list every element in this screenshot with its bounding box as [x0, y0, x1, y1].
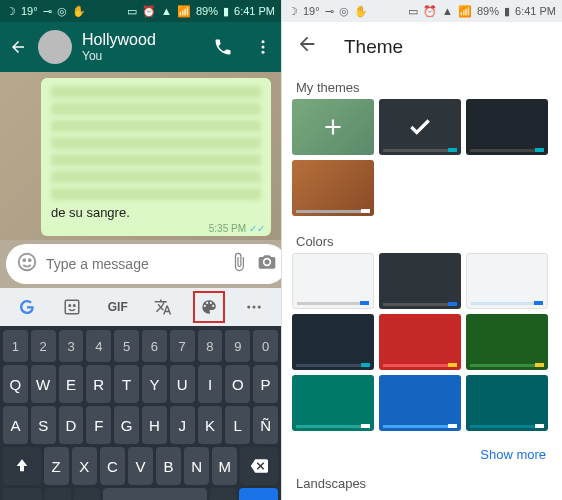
theme-dark[interactable]: [466, 99, 548, 155]
comma-key[interactable]: ,: [45, 488, 71, 500]
period-key[interactable]: .: [210, 488, 236, 500]
key-1[interactable]: 1: [3, 330, 28, 362]
theme-white[interactable]: [292, 253, 374, 309]
key-y[interactable]: Y: [142, 365, 167, 403]
message-bubble[interactable]: de su sangre. 5:35 PM ✓✓: [41, 78, 271, 236]
key-v[interactable]: V: [128, 447, 153, 485]
chat-header: Hollywood You: [0, 22, 281, 72]
theme-screen: ☽ 19° ⊸ ◎ ✋ ▭ ⏰ ▲ 📶 89% ▮ 6:41 PM Theme …: [281, 0, 562, 500]
svg-point-0: [262, 40, 265, 43]
section-my-themes: My themes: [282, 72, 562, 99]
sticker-icon[interactable]: [56, 291, 88, 323]
shift-key[interactable]: [3, 447, 41, 485]
battery-text: 89%: [196, 5, 218, 17]
theme-charcoal[interactable]: [379, 253, 461, 309]
key-3[interactable]: 3: [59, 330, 84, 362]
key-8[interactable]: 8: [198, 330, 223, 362]
key-b[interactable]: B: [156, 447, 181, 485]
add-theme-button[interactable]: [292, 99, 374, 155]
key-i[interactable]: I: [198, 365, 223, 403]
key-z[interactable]: Z: [44, 447, 69, 485]
alarm-icon: ⏰: [142, 5, 156, 18]
message-input-pill: [6, 244, 281, 284]
key-0[interactable]: 0: [253, 330, 278, 362]
avatar[interactable]: [38, 30, 72, 64]
hand-icon: ✋: [72, 5, 86, 18]
hand-icon: ✋: [354, 5, 368, 18]
theme-photo[interactable]: [292, 160, 374, 216]
gif-button[interactable]: GIF: [102, 291, 134, 323]
attach-icon[interactable]: [229, 252, 249, 276]
key-c[interactable]: C: [100, 447, 125, 485]
theme-navy[interactable]: [292, 314, 374, 370]
key-ñ[interactable]: Ñ: [253, 406, 278, 444]
call-icon[interactable]: [213, 37, 233, 57]
key-h[interactable]: H: [142, 406, 167, 444]
key-p[interactable]: P: [253, 365, 278, 403]
wifi-icon: ▲: [161, 5, 172, 17]
key-k[interactable]: K: [198, 406, 223, 444]
row-3: ZXCVBNM: [3, 447, 278, 485]
key-w[interactable]: W: [31, 365, 56, 403]
theme-selected[interactable]: [379, 99, 461, 155]
key-9[interactable]: 9: [225, 330, 250, 362]
show-more-link[interactable]: Show more: [282, 441, 562, 468]
theme-red[interactable]: [379, 314, 461, 370]
key-l[interactable]: L: [225, 406, 250, 444]
input-row: [0, 240, 281, 288]
contact-name[interactable]: Hollywood: [82, 31, 203, 49]
section-colors: Colors: [282, 226, 562, 253]
key-e[interactable]: E: [59, 365, 84, 403]
emoji-kb-key[interactable]: [74, 488, 100, 500]
message-input[interactable]: [46, 256, 221, 272]
key-r[interactable]: R: [86, 365, 111, 403]
row-bottom: ?123 , ES · EN .: [3, 488, 278, 500]
more-icon[interactable]: [238, 291, 270, 323]
enter-key[interactable]: [239, 488, 278, 500]
key-t[interactable]: T: [114, 365, 139, 403]
symbol-key[interactable]: ?123: [3, 488, 42, 500]
num-row: 1234567890: [3, 330, 278, 362]
section-landscapes: Landscapes: [282, 468, 562, 495]
translate-icon[interactable]: [147, 291, 179, 323]
key-u[interactable]: U: [170, 365, 195, 403]
key-icon: ⊸: [43, 5, 52, 18]
backspace-key[interactable]: [240, 447, 278, 485]
theme-blue[interactable]: [379, 375, 461, 431]
key-q[interactable]: Q: [3, 365, 28, 403]
key-2[interactable]: 2: [31, 330, 56, 362]
key-j[interactable]: J: [170, 406, 195, 444]
menu-icon[interactable]: [253, 37, 273, 57]
message-text: de su sangre.: [51, 205, 261, 220]
key-n[interactable]: N: [184, 447, 209, 485]
key-d[interactable]: D: [59, 406, 84, 444]
camera-icon[interactable]: [257, 252, 277, 276]
key-7[interactable]: 7: [170, 330, 195, 362]
key-o[interactable]: O: [225, 365, 250, 403]
key-a[interactable]: A: [3, 406, 28, 444]
key-m[interactable]: M: [212, 447, 237, 485]
theme-palette-icon[interactable]: [193, 291, 225, 323]
key-s[interactable]: S: [31, 406, 56, 444]
emoji-icon[interactable]: [16, 251, 38, 277]
theme-green[interactable]: [466, 314, 548, 370]
back-arrow-icon[interactable]: [296, 33, 318, 61]
my-themes-grid: [282, 99, 562, 226]
key-g[interactable]: G: [114, 406, 139, 444]
key-x[interactable]: X: [72, 447, 97, 485]
theme-lightblue[interactable]: [466, 253, 548, 309]
chat-area[interactable]: de su sangre. 5:35 PM ✓✓: [0, 72, 281, 240]
google-icon[interactable]: [11, 291, 43, 323]
svg-point-10: [253, 306, 256, 309]
row-2: ASDFGHJKLÑ: [3, 406, 278, 444]
key-f[interactable]: F: [86, 406, 111, 444]
theme-teal[interactable]: [292, 375, 374, 431]
theme-header: Theme: [282, 22, 562, 72]
theme-tealdeep[interactable]: [466, 375, 548, 431]
key-5[interactable]: 5: [114, 330, 139, 362]
key-6[interactable]: 6: [142, 330, 167, 362]
vibrate-icon: ▭: [127, 5, 137, 18]
space-key[interactable]: ES · EN: [103, 488, 207, 500]
back-icon[interactable]: [8, 37, 28, 57]
key-4[interactable]: 4: [86, 330, 111, 362]
